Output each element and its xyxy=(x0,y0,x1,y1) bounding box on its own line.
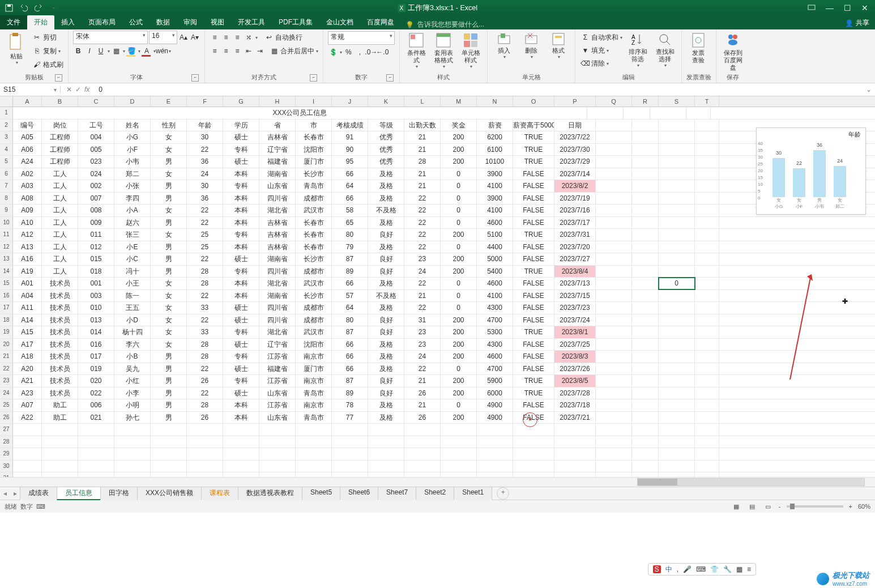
add-sheet-button[interactable]: + xyxy=(497,487,509,500)
cell[interactable]: 技术员 xyxy=(42,278,78,289)
cell[interactable]: 21 xyxy=(404,375,441,387)
cell[interactable]: 64 xyxy=(332,302,368,314)
cell[interactable]: 硕士 xyxy=(223,302,259,314)
cell[interactable]: 22 xyxy=(404,217,441,229)
cell[interactable]: 专科 xyxy=(223,180,259,192)
cell[interactable]: 技术员 xyxy=(42,339,78,351)
cell[interactable]: 64 xyxy=(332,180,368,192)
cell[interactable]: 77 xyxy=(332,412,368,424)
share-button[interactable]: 👤 共享 xyxy=(845,18,869,28)
cell[interactable]: 22 xyxy=(404,193,441,204)
sheet-tab[interactable]: 课程表 xyxy=(201,487,238,500)
cell[interactable] xyxy=(596,375,632,387)
cell[interactable] xyxy=(659,314,695,326)
cell[interactable]: 200 xyxy=(441,266,477,278)
cell[interactable] xyxy=(114,424,151,436)
cell[interactable] xyxy=(259,436,296,448)
fx-icon[interactable]: fx xyxy=(84,86,89,93)
cell[interactable]: 江苏省 xyxy=(259,399,296,411)
cell[interactable] xyxy=(632,387,659,399)
cell[interactable]: 女 xyxy=(151,314,187,326)
cell[interactable] xyxy=(632,363,659,375)
cell[interactable] xyxy=(632,204,659,216)
cell[interactable]: 工程师 xyxy=(42,144,78,156)
cell[interactable]: 良好 xyxy=(368,387,404,399)
cell[interactable]: 2023/7/21 xyxy=(554,412,596,424)
cell[interactable]: 22 xyxy=(404,229,441,241)
cell[interactable]: 长沙市 xyxy=(296,290,332,302)
cell[interactable]: A03 xyxy=(13,180,42,192)
cell[interactable]: 小A xyxy=(114,204,151,216)
cell[interactable]: 小D xyxy=(114,314,151,326)
cell[interactable]: 66 xyxy=(332,278,368,289)
close-button[interactable]: ✕ xyxy=(861,3,868,12)
cell[interactable]: 0 xyxy=(441,302,477,314)
col-header-C[interactable]: C xyxy=(78,96,114,106)
cell[interactable]: 男 xyxy=(151,412,187,424)
cell[interactable]: TRUE xyxy=(513,131,554,143)
tab-formulas[interactable]: 公式 xyxy=(122,15,150,29)
cell[interactable]: 004 xyxy=(78,131,114,143)
underline-button[interactable]: U xyxy=(96,46,106,56)
cell[interactable] xyxy=(477,461,513,472)
cell[interactable]: 008 xyxy=(78,204,114,216)
cell[interactable]: 不及格 xyxy=(368,290,404,302)
cell[interactable]: 女 xyxy=(151,290,187,302)
cell[interactable]: 良好 xyxy=(368,375,404,387)
font-name-select[interactable]: 宋体 xyxy=(73,31,148,44)
cell[interactable]: 四川省 xyxy=(259,314,296,326)
cell[interactable] xyxy=(659,290,695,302)
cell[interactable]: 专科 xyxy=(223,326,259,338)
comma-icon[interactable]: , xyxy=(355,47,365,57)
cell[interactable] xyxy=(187,448,223,460)
cell[interactable]: 30 xyxy=(187,180,223,192)
cell[interactable]: 及格 xyxy=(368,363,404,375)
invoice-check-button[interactable]: 发票查验 xyxy=(686,31,710,64)
cell[interactable]: 技术员 xyxy=(42,351,78,363)
sheet-nav-prev[interactable]: ▸ xyxy=(10,489,20,497)
cell[interactable] xyxy=(477,436,513,448)
cell[interactable] xyxy=(78,461,114,472)
cell[interactable] xyxy=(596,326,632,338)
cell[interactable]: 青岛市 xyxy=(296,180,332,192)
cell[interactable] xyxy=(114,448,151,460)
cell[interactable] xyxy=(632,168,659,180)
cell[interactable]: 009 xyxy=(78,217,114,229)
cell[interactable] xyxy=(596,387,632,399)
cell[interactable]: 36 xyxy=(187,193,223,204)
cell[interactable]: 薪资 xyxy=(477,120,513,131)
selected-cell[interactable]: 0 xyxy=(659,278,695,289)
cell[interactable] xyxy=(596,302,632,314)
cell[interactable] xyxy=(695,144,719,156)
cell[interactable] xyxy=(659,387,695,399)
cell[interactable]: 21 xyxy=(404,131,441,143)
cell[interactable]: A19 xyxy=(13,266,42,278)
cell[interactable]: 湖南省 xyxy=(259,253,296,265)
cell[interactable]: 长春市 xyxy=(296,217,332,229)
cell[interactable]: 2023/7/27 xyxy=(554,253,596,265)
dec-decimal-icon[interactable]: ←.0 xyxy=(377,47,387,57)
cell[interactable]: 及格 xyxy=(368,217,404,229)
cell[interactable]: 2023/7/29 xyxy=(554,156,596,168)
cell[interactable]: 女 xyxy=(151,144,187,156)
cell[interactable] xyxy=(223,448,259,460)
cell[interactable]: 本科 xyxy=(223,412,259,424)
cell[interactable] xyxy=(223,436,259,448)
cell[interactable] xyxy=(554,424,596,436)
cell[interactable]: A10 xyxy=(13,217,42,229)
cell[interactable]: 5100 xyxy=(477,229,513,241)
cell[interactable]: 89 xyxy=(332,266,368,278)
cell[interactable]: 辽宁省 xyxy=(259,144,296,156)
cell[interactable]: 四川省 xyxy=(259,266,296,278)
cell[interactable] xyxy=(632,217,659,229)
cell[interactable] xyxy=(695,448,719,460)
merge-center-button[interactable]: 合并后居中 xyxy=(280,46,314,56)
cell[interactable] xyxy=(695,375,719,387)
row-header[interactable]: 12 xyxy=(0,241,13,253)
tab-page-layout[interactable]: 页面布局 xyxy=(82,15,122,29)
cell[interactable] xyxy=(632,278,659,289)
tell-me-search[interactable]: 💡 告诉我您想要做什么... xyxy=(406,20,484,29)
cell[interactable]: 女 xyxy=(151,168,187,180)
cell[interactable]: 省 xyxy=(259,120,296,131)
cell[interactable]: 4900 xyxy=(477,399,513,411)
